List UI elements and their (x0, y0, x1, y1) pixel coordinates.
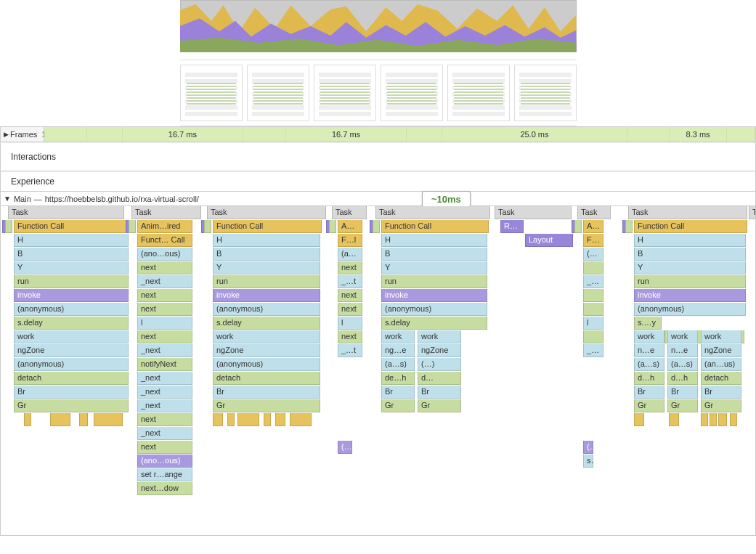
flame-block[interactable] (24, 413, 31, 426)
flame-block[interactable]: Function Call (213, 220, 322, 233)
flame-block[interactable]: _…t (338, 275, 362, 288)
flame-block[interactable]: invoke (213, 289, 320, 302)
frame-bar[interactable]: 8.3 ms (670, 127, 726, 142)
flame-block[interactable]: H (634, 234, 746, 247)
flame-block[interactable]: ngZone (418, 344, 461, 357)
flame-block[interactable]: run (14, 275, 129, 288)
flame-block[interactable]: (ano…ous) (137, 455, 192, 468)
flame-block[interactable]: work (381, 330, 415, 343)
task-block[interactable]: Task (628, 206, 747, 219)
task-block[interactable]: Task (207, 206, 326, 219)
flame-block[interactable] (50, 413, 70, 426)
expand-icon[interactable]: ▶ (4, 131, 9, 138)
task-block[interactable]: Task (495, 206, 572, 219)
flame-block[interactable]: (anonymous) (634, 303, 746, 316)
task-block[interactable]: Task (375, 206, 490, 219)
flame-block[interactable] (275, 413, 285, 426)
filmstrip-frame[interactable] (180, 65, 243, 121)
flame-block[interactable]: Gr (701, 399, 741, 412)
filmstrip-frame[interactable] (447, 65, 510, 121)
flame-block[interactable]: (anonymous) (14, 303, 129, 316)
flame-block[interactable]: _… (583, 275, 603, 288)
flame-block[interactable]: (anonymous) (14, 358, 129, 371)
task-block[interactable]: Task (577, 206, 611, 219)
flame-block[interactable]: l (137, 317, 192, 330)
flame-block[interactable]: next (338, 303, 362, 316)
frame-bar[interactable]: 16.7 ms (286, 127, 407, 142)
flame-block[interactable]: H (381, 234, 487, 247)
flame-block[interactable] (79, 413, 88, 426)
flame-block[interactable]: run (634, 275, 746, 288)
flame-block[interactable] (5, 220, 12, 233)
flame-block[interactable]: A… (583, 220, 603, 233)
frames-bars[interactable]: 16.7 ms16.7 ms25.0 ms8.3 ms (44, 127, 755, 142)
flame-block[interactable]: Gr (634, 399, 664, 412)
frame-bar[interactable] (87, 127, 123, 142)
flame-block[interactable]: set r…ange (137, 468, 192, 481)
flame-block[interactable]: next (137, 413, 192, 426)
flame-block[interactable]: l (583, 317, 603, 330)
flame-block[interactable]: s… (583, 455, 593, 468)
frame-bar[interactable] (243, 127, 286, 142)
flame-block[interactable] (730, 413, 737, 426)
flame-block[interactable]: Br (14, 386, 129, 399)
flame-block[interactable]: (a…s) (381, 358, 415, 371)
flame-block[interactable]: (anonymous) (381, 303, 487, 316)
flame-block[interactable]: d…h (634, 372, 664, 385)
frames-track-label[interactable]: ▶ Frames 1s (1, 127, 44, 142)
flame-block[interactable]: Br (701, 386, 741, 399)
flame-block[interactable] (574, 220, 582, 233)
flame-block[interactable]: next (137, 441, 192, 454)
flame-block[interactable]: work (701, 330, 741, 343)
flame-block[interactable] (129, 220, 136, 233)
flame-block[interactable]: work (634, 330, 664, 343)
frames-track[interactable]: ▶ Frames 1s 16.7 ms16.7 ms25.0 ms8.3 ms (0, 126, 756, 142)
flame-block[interactable] (94, 413, 123, 426)
task-block[interactable]: Task (131, 206, 201, 219)
flame-block[interactable]: work (418, 330, 461, 343)
flame-block[interactable]: H (213, 234, 320, 247)
flame-block[interactable]: Funct… Call (137, 234, 192, 247)
frame-bar[interactable]: 16.7 ms (123, 127, 243, 142)
flame-block[interactable]: next…dow (137, 482, 192, 495)
flame-block[interactable]: Br (381, 386, 415, 399)
flame-block[interactable] (583, 303, 603, 316)
flame-block[interactable]: (… (583, 248, 603, 261)
flame-block[interactable]: Br (418, 386, 461, 399)
flame-block[interactable]: detach (701, 372, 741, 385)
frame-bar[interactable] (727, 127, 755, 142)
flame-block[interactable]: next (137, 330, 192, 343)
flame-block[interactable] (329, 220, 336, 233)
flame-block[interactable]: ngZone (701, 344, 741, 357)
flame-block[interactable]: Gr (14, 399, 129, 412)
flame-block[interactable]: notifyNext (137, 358, 192, 371)
task-block[interactable]: Task (332, 206, 367, 219)
flame-block[interactable]: next (338, 330, 362, 343)
filmstrip-frame[interactable] (514, 65, 577, 121)
flame-block[interactable] (583, 330, 603, 343)
flame-block[interactable]: Anim…ired (137, 220, 192, 233)
flame-block[interactable]: invoke (634, 289, 746, 302)
task-block[interactable]: T (749, 206, 756, 219)
flame-block[interactable]: Br (667, 386, 698, 399)
flame-block[interactable]: work (667, 330, 698, 343)
flame-block[interactable]: ngZone (14, 344, 129, 357)
flame-block[interactable]: B (213, 248, 320, 261)
flame-block[interactable]: H (14, 234, 129, 247)
filmstrip-frame[interactable] (247, 65, 309, 121)
flame-block[interactable]: B (634, 248, 746, 261)
flame-block[interactable]: _next (137, 344, 192, 357)
flame-block[interactable] (583, 289, 603, 302)
flame-block[interactable]: de…h (381, 372, 415, 385)
flame-block[interactable]: next (338, 261, 362, 274)
flame-block[interactable]: run (381, 275, 487, 288)
flame-block[interactable]: (a…s) (667, 358, 698, 371)
flame-block[interactable]: d… (418, 372, 461, 385)
flame-block[interactable]: n…e (667, 344, 698, 357)
flame-block[interactable]: next (137, 289, 192, 302)
flame-block[interactable]: work (14, 330, 129, 343)
flame-block[interactable]: s.…y (634, 317, 662, 330)
frame-bar[interactable] (407, 127, 442, 142)
experience-track[interactable]: Experience (0, 171, 756, 192)
flame-block[interactable]: Y (14, 261, 129, 274)
